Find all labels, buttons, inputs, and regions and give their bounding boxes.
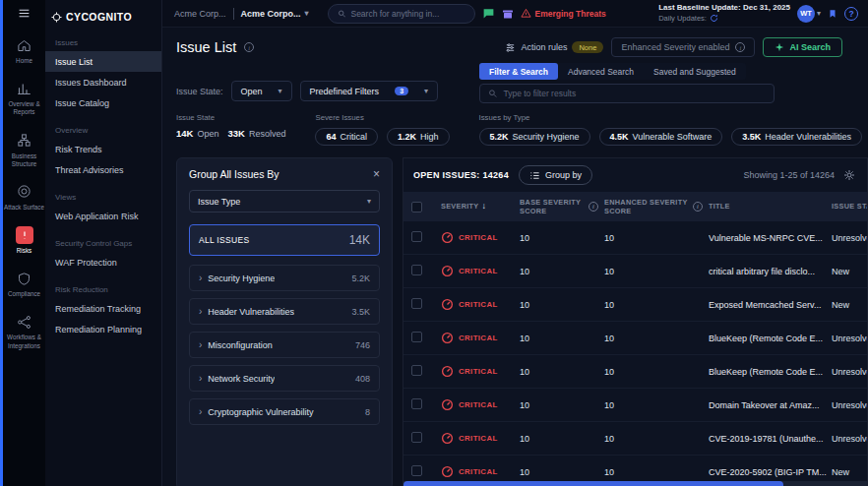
warning-icon	[521, 8, 531, 19]
whats-new-icon[interactable]	[502, 8, 514, 20]
column-issue-status[interactable]: ISSUE STATUS	[832, 202, 868, 211]
sidebar-item-issue-catalog[interactable]: Issue Catalog	[45, 92, 161, 113]
info-icon[interactable]: i	[244, 42, 254, 52]
sort-desc-icon: ↓	[482, 201, 487, 212]
rail-item-business-structure[interactable]: Business Structure	[3, 127, 45, 173]
table-settings-gear-icon[interactable]	[843, 169, 855, 181]
row-checkbox[interactable]	[411, 365, 422, 376]
stat-resolved[interactable]: 33K Resolved	[227, 128, 285, 139]
row-checkbox[interactable]	[411, 332, 422, 342]
all-issues-item[interactable]: ALL ISSUES 14K	[189, 224, 380, 256]
table-row[interactable]: CRITICAL 10 10 BlueKeep (Remote Code E..…	[403, 355, 867, 389]
issue-title[interactable]: Exposed Memcached Serv...	[709, 300, 832, 310]
stat-value: 3.5K	[742, 132, 761, 142]
open-issues-count: OPEN ISSUES: 14264	[413, 170, 509, 180]
hamburger-menu-icon[interactable]	[18, 7, 31, 20]
sidebar-item-issues-dashboard[interactable]: Issues Dashboard	[45, 72, 161, 92]
row-checkbox[interactable]	[411, 432, 422, 443]
bookmark-icon[interactable]	[828, 8, 837, 20]
issue-title[interactable]: Domain Takeover at Amaz...	[709, 400, 832, 410]
column-severity[interactable]: SEVERITY ↓	[441, 201, 520, 212]
stat-open[interactable]: 14K Open	[176, 128, 218, 139]
rail-item-label: Compliance	[8, 290, 40, 298]
avatar[interactable]: WT	[797, 5, 815, 23]
table-body: CRITICAL 10 10 Vulnerable MS-NRPC CVE...…	[403, 221, 867, 486]
table-row[interactable]: CRITICAL 10 10 BlueKeep (Remote Code E..…	[403, 322, 867, 355]
nav-section-header: Issues	[45, 34, 161, 51]
rail-item-compliance[interactable]: Compliance	[3, 265, 45, 303]
sidebar-item-remediation-tracking[interactable]: Remediation Tracking	[45, 298, 161, 319]
nav-section-header: Security Control Gaps	[45, 235, 161, 252]
help-icon[interactable]: ?	[844, 7, 858, 21]
group-row-cryptographic[interactable]: › Cryptographic Vulnerability 8	[189, 398, 380, 425]
enhanced-score: 10	[604, 334, 709, 343]
close-icon[interactable]: ×	[373, 168, 380, 180]
group-row-security-hygiene[interactable]: › Security Hygiene 5.2K	[189, 265, 380, 291]
issue-status: Unresolved	[832, 400, 867, 410]
column-enhanced-severity[interactable]: ENHANCED SEVERITY SCORE i	[604, 198, 709, 215]
sidebar-item-risk-trends[interactable]: Risk Trends	[45, 139, 161, 159]
stat-pill-critical[interactable]: 64 Critical	[315, 128, 378, 146]
issue-state-select[interactable]: Open ▾	[231, 81, 292, 101]
row-checkbox[interactable]	[411, 398, 422, 409]
filter-search-input[interactable]	[503, 89, 766, 98]
row-checkbox[interactable]	[411, 465, 422, 476]
enhanced-severity-toggle[interactable]: Enhanced Severity enabled i	[611, 37, 755, 57]
row-checkbox[interactable]	[411, 231, 422, 242]
sidebar-item-web-application-risk[interactable]: Web Application Risk	[45, 206, 161, 226]
group-by-button[interactable]: Group by	[519, 165, 592, 185]
rail-item-risks[interactable]: Risks	[3, 221, 45, 260]
org-selector[interactable]: Acme Corpo... ▾	[241, 9, 309, 19]
stat-pill-high[interactable]: 1.2K High	[387, 128, 450, 146]
info-icon: i	[693, 202, 703, 212]
issue-title[interactable]: BlueKeep (Remote Code E...	[709, 367, 832, 377]
stat-pill-security-hygiene[interactable]: 5.2K Security Hygiene	[479, 128, 590, 146]
select-all-checkbox[interactable]	[411, 202, 422, 213]
column-base-severity[interactable]: BASE SEVERITY SCORE i	[520, 198, 604, 215]
rail-item-overview-reports[interactable]: Overview & Reports	[3, 75, 45, 121]
filter-search[interactable]	[479, 84, 775, 103]
rail-item-home[interactable]: Home	[3, 31, 45, 70]
tab-advanced-search[interactable]: Advanced Search	[558, 63, 644, 80]
table-row[interactable]: CRITICAL 10 10 Domain Takeover at Amaz..…	[403, 389, 867, 422]
issue-title[interactable]: Vulnerable MS-NRPC CVE...	[709, 233, 832, 243]
sidebar-item-remediation-planning[interactable]: Remediation Planning	[45, 319, 161, 339]
table-row[interactable]: CRITICAL 10 10 Vulnerable MS-NRPC CVE...…	[403, 221, 867, 255]
action-rules-button[interactable]: Action rules None	[505, 41, 603, 53]
table-row[interactable]: CRITICAL 10 10 CVE-2019-19781 (Unauthe..…	[403, 422, 867, 456]
issue-title[interactable]: BlueKeep (Remote Code E...	[709, 334, 832, 343]
group-type-select[interactable]: Issue Type ▾	[189, 190, 380, 213]
column-title[interactable]: TITLE	[709, 202, 832, 211]
predefined-filters-label: Predefined Filters	[310, 87, 380, 96]
issue-title[interactable]: CVE-2019-19781 (Unauthe...	[709, 434, 832, 444]
horizontal-scrollbar[interactable]	[403, 481, 867, 486]
scrollbar-thumb[interactable]	[403, 481, 783, 486]
global-search-input[interactable]	[350, 9, 465, 19]
global-search[interactable]	[328, 4, 475, 24]
sidebar-item-waf-protection[interactable]: WAF Protection	[45, 252, 161, 273]
group-row-misconfiguration[interactable]: › Misconfiguration 746	[189, 332, 380, 358]
issue-title[interactable]: CVE-2020-5902 (BIG-IP TM...	[709, 467, 832, 477]
sidebar-item-issue-list[interactable]: Issue List	[45, 51, 161, 72]
base-score: 10	[520, 300, 604, 310]
rail-item-attack-surface[interactable]: Attack Surface	[3, 178, 45, 216]
group-row-network-security[interactable]: › Network Security 408	[189, 365, 380, 392]
user-menu[interactable]: WT ▾	[797, 5, 821, 23]
rail-item-workflows-integrations[interactable]: Workflows & Integrations	[3, 308, 45, 354]
tab-filter-search[interactable]: Filter & Search	[479, 63, 558, 80]
stat-pill-vulnerable-software[interactable]: 4.5K Vulnerable Software	[599, 128, 723, 146]
group-row-header-vulnerabilities[interactable]: › Header Vulnerabilities 3.5K	[189, 298, 380, 325]
chat-icon[interactable]	[482, 7, 495, 20]
row-checkbox[interactable]	[411, 298, 422, 309]
table-row[interactable]: CRITICAL 10 10 Exposed Memcached Serv...…	[403, 288, 867, 322]
ai-search-label: AI Search	[789, 42, 831, 52]
issue-title[interactable]: critical arbitrary file disclo...	[709, 267, 832, 276]
emerging-threats-link[interactable]: Emerging Threats	[521, 8, 606, 19]
predefined-filters-select[interactable]: Predefined Filters 3 ▾	[300, 81, 438, 101]
tab-saved-suggested[interactable]: Saved and Suggested	[644, 63, 746, 80]
stat-pill-header-vulnerabilities[interactable]: 3.5K Header Vulnerabilities	[731, 128, 862, 146]
row-checkbox[interactable]	[411, 265, 422, 275]
ai-search-button[interactable]: AI Search	[763, 37, 842, 57]
sidebar-item-threat-advisories[interactable]: Threat Advisories	[45, 159, 161, 180]
table-row[interactable]: CRITICAL 10 10 critical arbitrary file d…	[403, 255, 867, 288]
